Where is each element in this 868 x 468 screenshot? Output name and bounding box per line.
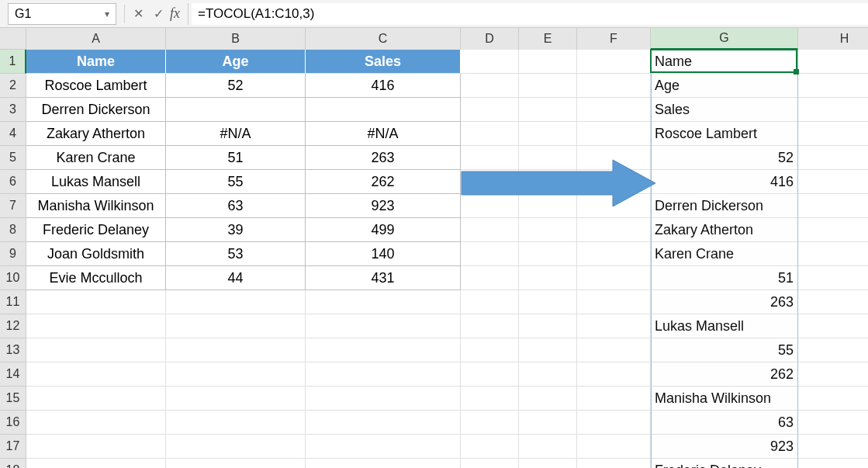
spill-cell[interactable]: Lukas Mansell <box>651 314 798 338</box>
spill-cell[interactable]: Sales <box>651 98 798 122</box>
cell-age[interactable]: 63 <box>166 194 306 218</box>
row-header-5[interactable]: 5 <box>0 146 26 170</box>
cell-age[interactable]: 53 <box>166 242 306 266</box>
spill-cell[interactable]: 262 <box>651 362 798 387</box>
cell-H11[interactable] <box>798 290 868 314</box>
cell-D9[interactable] <box>461 242 519 266</box>
cell-E11[interactable] <box>519 290 577 314</box>
cell-B14[interactable] <box>166 362 306 387</box>
cell-F18[interactable] <box>577 459 651 468</box>
cell-H15[interactable] <box>798 387 868 411</box>
cell-H2[interactable] <box>798 74 868 98</box>
cell-B12[interactable] <box>166 314 306 338</box>
cell-name[interactable]: Frederic Delaney <box>26 218 166 242</box>
cell-D1[interactable] <box>461 50 519 74</box>
cell-A12[interactable] <box>26 314 166 338</box>
cell-H17[interactable] <box>798 435 868 459</box>
cell-E2[interactable] <box>519 74 577 98</box>
column-header-A[interactable]: A <box>26 28 166 50</box>
cell-E14[interactable] <box>519 362 577 387</box>
cell-F13[interactable] <box>577 338 651 362</box>
cell-sales[interactable]: #N/A <box>306 122 461 146</box>
cell-H1[interactable] <box>798 50 868 74</box>
column-header-G[interactable]: G <box>651 28 798 50</box>
formula-input[interactable] <box>192 3 868 25</box>
cell-E13[interactable] <box>519 338 577 362</box>
confirm-icon[interactable]: ✓ <box>148 4 168 24</box>
column-header-E[interactable]: E <box>519 28 577 50</box>
cell-sales[interactable]: 263 <box>306 146 461 170</box>
cell-D15[interactable] <box>461 387 519 411</box>
cell-F14[interactable] <box>577 362 651 387</box>
row-header-7[interactable]: 7 <box>0 194 26 218</box>
cell-name[interactable]: Manisha Wilkinson <box>26 194 166 218</box>
column-header-B[interactable]: B <box>166 28 306 50</box>
cell-name[interactable]: Joan Goldsmith <box>26 242 166 266</box>
select-all-corner[interactable] <box>0 28 26 50</box>
cell-D14[interactable] <box>461 362 519 387</box>
cell-F15[interactable] <box>577 387 651 411</box>
cancel-icon[interactable]: ✕ <box>128 4 148 24</box>
cell-C18[interactable] <box>306 459 461 468</box>
cell-sales[interactable]: 499 <box>306 218 461 242</box>
cell-age[interactable]: 55 <box>166 170 306 194</box>
cell-E16[interactable] <box>519 411 577 435</box>
cell-A16[interactable] <box>26 411 166 435</box>
cell-D3[interactable] <box>461 98 519 122</box>
cell-C15[interactable] <box>306 387 461 411</box>
cell-A15[interactable] <box>26 387 166 411</box>
spill-cell[interactable]: Age <box>651 74 798 98</box>
cell-B18[interactable] <box>166 459 306 468</box>
fx-icon[interactable]: fx <box>170 5 180 22</box>
spill-cell[interactable]: Roscoe Lambert <box>651 122 798 146</box>
cell-E8[interactable] <box>519 218 577 242</box>
header-age[interactable]: Age <box>166 50 306 74</box>
cell-age[interactable]: 44 <box>166 266 306 290</box>
cell-C16[interactable] <box>306 411 461 435</box>
spill-cell[interactable]: Manisha Wilkinson <box>651 387 798 411</box>
cell-E17[interactable] <box>519 435 577 459</box>
cell-H10[interactable] <box>798 266 868 290</box>
cell-D12[interactable] <box>461 314 519 338</box>
row-header-17[interactable]: 17 <box>0 435 26 459</box>
cell-C14[interactable] <box>306 362 461 387</box>
spill-cell[interactable]: 263 <box>651 290 798 314</box>
row-header-4[interactable]: 4 <box>0 122 26 146</box>
row-header-6[interactable]: 6 <box>0 170 26 194</box>
cell-E10[interactable] <box>519 266 577 290</box>
cell-D8[interactable] <box>461 218 519 242</box>
cell-D11[interactable] <box>461 290 519 314</box>
spill-cell[interactable]: 51 <box>651 266 798 290</box>
cell-F2[interactable] <box>577 74 651 98</box>
name-box[interactable]: G1 ▾ <box>8 3 116 25</box>
cell-D4[interactable] <box>461 122 519 146</box>
row-header-10[interactable]: 10 <box>0 266 26 290</box>
cell-sales[interactable]: 140 <box>306 242 461 266</box>
spill-cell[interactable]: Derren Dickerson <box>651 194 798 218</box>
cell-sales[interactable] <box>306 98 461 122</box>
cell-sales[interactable]: 416 <box>306 74 461 98</box>
cell-H9[interactable] <box>798 242 868 266</box>
cell-C12[interactable] <box>306 314 461 338</box>
spill-cell[interactable]: Name <box>651 50 798 74</box>
column-header-C[interactable]: C <box>306 28 461 50</box>
row-header-14[interactable]: 14 <box>0 362 26 387</box>
cell-H3[interactable] <box>798 98 868 122</box>
cell-D10[interactable] <box>461 266 519 290</box>
cell-H7[interactable] <box>798 194 868 218</box>
row-header-13[interactable]: 13 <box>0 338 26 362</box>
cell-A11[interactable] <box>26 290 166 314</box>
spill-cell[interactable]: 55 <box>651 338 798 362</box>
spill-cell[interactable]: 63 <box>651 411 798 435</box>
spill-cell[interactable]: Frederic Delaney <box>651 459 798 468</box>
cell-C11[interactable] <box>306 290 461 314</box>
cell-D13[interactable] <box>461 338 519 362</box>
cell-sales[interactable]: 262 <box>306 170 461 194</box>
cell-F10[interactable] <box>577 266 651 290</box>
cell-E15[interactable] <box>519 387 577 411</box>
cell-A17[interactable] <box>26 435 166 459</box>
spill-cell[interactable]: 923 <box>651 435 798 459</box>
cell-sales[interactable]: 431 <box>306 266 461 290</box>
name-box-dropdown-icon[interactable]: ▾ <box>105 9 109 19</box>
spill-cell[interactable]: 52 <box>651 146 798 170</box>
